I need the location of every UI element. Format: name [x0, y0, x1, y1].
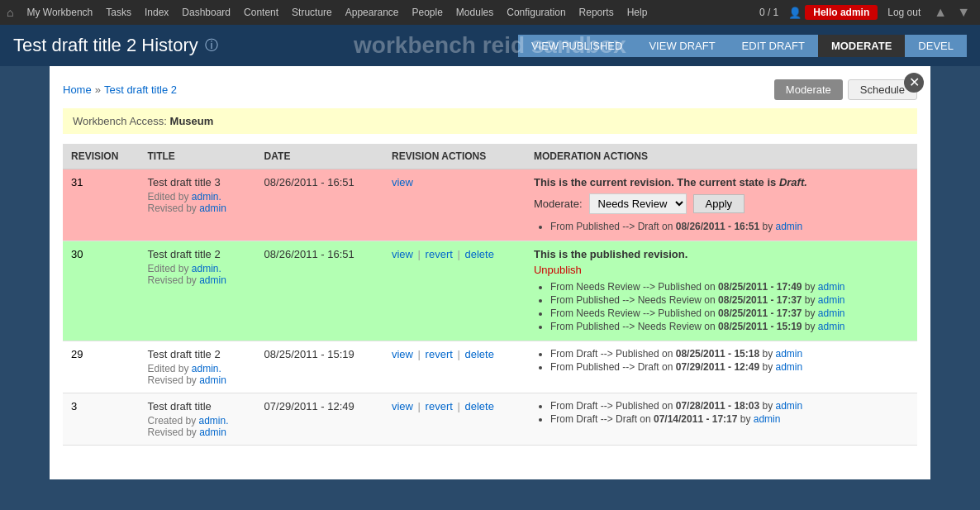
action-view[interactable]: view: [392, 176, 413, 188]
tab-view-published[interactable]: VIEW PUBLISHED: [518, 35, 636, 57]
moderation-actions: From Draft --> Published on 07/28/2011 -…: [526, 393, 917, 446]
nav-item-configuration[interactable]: Configuration: [500, 0, 572, 25]
revision-actions: view | revert | delete: [383, 241, 526, 341]
table-row: 30 Test draft title 2 Edited by admin. R…: [63, 241, 917, 341]
mod-list-item: From Draft --> Published on 08/25/2011 -…: [550, 348, 909, 360]
edited-user-link[interactable]: admin.: [192, 191, 221, 203]
action-revert[interactable]: revert: [426, 348, 453, 360]
action-view[interactable]: view: [392, 348, 413, 360]
breadcrumb: Home » Test draft title 2 Moderate Sched…: [63, 79, 917, 100]
info-icon[interactable]: ⓘ: [205, 37, 218, 55]
home-icon[interactable]: ⌂: [7, 6, 13, 19]
action-view[interactable]: view: [392, 400, 413, 412]
breadcrumb-separator: »: [95, 83, 101, 96]
mod-list-item: From Needs Review --> Published on 08/25…: [550, 281, 909, 293]
bullet-date: 07/29/2011 - 12:49: [676, 361, 759, 373]
unpublish-link[interactable]: Unpublish: [534, 264, 909, 276]
bullet-user-link[interactable]: admin: [775, 348, 802, 360]
revisions-table: REVISION TITLE DATE REVISION ACTIONS MOD…: [63, 144, 917, 446]
access-value: Museum: [170, 115, 214, 127]
edited-user-link[interactable]: admin.: [192, 263, 221, 274]
revision-actions: view: [383, 169, 526, 241]
bullet-user-link[interactable]: admin: [818, 294, 845, 306]
page-title-area: Test draft title 2 History ⓘ: [13, 35, 218, 56]
action-delete[interactable]: delete: [464, 400, 493, 412]
moderate-select[interactable]: Needs ReviewPublishedDraft: [589, 193, 687, 214]
apply-button[interactable]: Apply: [693, 194, 745, 213]
revised-user-link[interactable]: admin: [199, 274, 226, 286]
nav-item-appearance[interactable]: Appearance: [339, 0, 406, 25]
mod-list-item: From Published --> Needs Review on 08/25…: [550, 321, 909, 332]
action-view[interactable]: view: [392, 248, 413, 260]
nav-item-index[interactable]: Index: [138, 0, 175, 25]
bullet-date: 08/25/2011 - 15:18: [676, 348, 759, 360]
nav-item-workbench[interactable]: My Workbench: [20, 0, 99, 25]
nav-arrow-down[interactable]: ▼: [954, 5, 973, 20]
nav-item-reports[interactable]: Reports: [573, 0, 621, 25]
nav-item-tasks[interactable]: Tasks: [99, 0, 138, 25]
tab-view-draft[interactable]: VIEW DRAFT: [635, 35, 728, 57]
user-icon: 👤: [788, 7, 802, 19]
mod-list-item: From Published --> Draft on 07/29/2011 -…: [550, 361, 909, 373]
revised-user-link[interactable]: admin: [199, 203, 226, 214]
close-button[interactable]: ✕: [904, 73, 924, 93]
col-date: DATE: [256, 144, 383, 169]
title-text: Test draft title 3: [147, 176, 247, 188]
action-delete[interactable]: delete: [464, 348, 493, 360]
revision-title: Test draft title 2 Edited by admin. Revi…: [139, 341, 255, 393]
revision-number: 31: [63, 169, 139, 241]
table-row: 3 Test draft title Created by admin. Rev…: [63, 393, 917, 446]
bullet-user-link[interactable]: admin: [775, 221, 802, 232]
mod-list-item: From Published --> Needs Review on 08/25…: [550, 294, 909, 306]
nav-item-help[interactable]: Help: [621, 0, 654, 25]
tab-edit-draft[interactable]: EDIT DRAFT: [729, 35, 818, 57]
bullet-date: 08/25/2011 - 17:37: [718, 294, 802, 306]
nav-item-content[interactable]: Content: [237, 0, 285, 25]
revision-actions: view | revert | delete: [383, 341, 526, 393]
logout-button[interactable]: Log out: [881, 7, 927, 18]
bullet-user-link[interactable]: admin: [818, 321, 845, 332]
tab-moderate[interactable]: MODERATE: [818, 35, 905, 57]
nav-item-dashboard[interactable]: Dashboard: [175, 0, 237, 25]
action-delete[interactable]: delete: [464, 248, 493, 260]
action-revert[interactable]: revert: [426, 400, 453, 412]
tab-devel[interactable]: DEVEL: [905, 35, 967, 57]
bullet-user-link[interactable]: admin: [818, 281, 845, 293]
nav-item-structure[interactable]: Structure: [285, 0, 339, 25]
moderate-label: Moderate:: [534, 198, 583, 210]
breadcrumb-current[interactable]: Test draft title 2: [104, 83, 177, 96]
page-title: Test draft title 2 History: [13, 35, 198, 56]
nav-item-modules[interactable]: Modules: [450, 0, 500, 25]
mod-list: From Published --> Draft on 08/26/2011 -…: [534, 221, 909, 232]
revision-actions: view | revert | delete: [383, 393, 526, 446]
revised-by: Revised by admin: [147, 274, 247, 286]
breadcrumb-home[interactable]: Home: [63, 83, 92, 96]
nav-item-people[interactable]: People: [405, 0, 449, 25]
moderate-button[interactable]: Moderate: [774, 79, 843, 100]
table-head: REVISION TITLE DATE REVISION ACTIONS MOD…: [63, 144, 917, 169]
revised-by: Revised by admin: [147, 427, 247, 438]
title-text: Test draft title 2: [147, 348, 247, 360]
col-moderation-actions: MODERATION ACTIONS: [526, 144, 917, 169]
revised-user-link[interactable]: admin: [199, 427, 226, 438]
edited-user-link[interactable]: admin.: [199, 415, 229, 427]
bullet-user-link[interactable]: admin: [775, 400, 802, 412]
action-tabs: VIEW PUBLISHED VIEW DRAFT EDIT DRAFT MOD…: [518, 35, 967, 57]
edited-user-link[interactable]: admin.: [192, 363, 221, 374]
revised-by: Revised by admin: [147, 374, 247, 386]
moderation-actions: This is the published revision.Unpublish…: [526, 241, 917, 341]
bullet-user-link[interactable]: admin: [818, 307, 845, 319]
breadcrumb-actions: Moderate Schedule: [774, 79, 917, 100]
page-header: Test draft title 2 History ⓘ workbench r…: [0, 25, 980, 66]
nav-arrow-up[interactable]: ▲: [930, 5, 950, 20]
mod-list-item: From Draft --> Published on 07/28/2011 -…: [550, 400, 909, 412]
mod-list: From Draft --> Published on 08/25/2011 -…: [534, 348, 909, 373]
action-revert[interactable]: revert: [426, 248, 453, 260]
action-sep: |: [454, 248, 464, 260]
published-text: This is the published revision.: [534, 248, 909, 260]
outer-wrapper: ⌂ My Workbench Tasks Index Dashboard Con…: [0, 0, 980, 510]
revised-user-link[interactable]: admin: [199, 374, 226, 386]
bullet-user-link[interactable]: admin: [754, 413, 781, 425]
bullet-user-link[interactable]: admin: [775, 361, 802, 373]
edited-by: Edited by admin.: [147, 263, 247, 274]
